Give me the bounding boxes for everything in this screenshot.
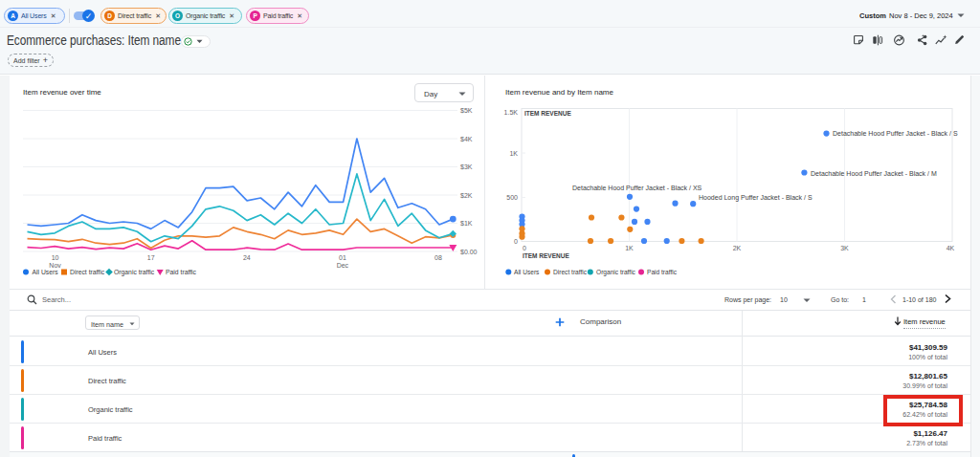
svg-text:Paid traffic: Paid traffic <box>166 269 197 275</box>
svg-text:Nov: Nov <box>49 262 61 269</box>
svg-text:2K: 2K <box>733 245 742 251</box>
svg-text:All Users: All Users <box>514 269 540 275</box>
svg-text:All Users: All Users <box>33 269 59 275</box>
svg-text:10: 10 <box>52 254 59 261</box>
svg-text:$2K: $2K <box>460 192 473 199</box>
svg-text:1K: 1K <box>509 150 518 157</box>
svg-text:1.5K: 1.5K <box>504 109 519 116</box>
svg-text:$0.00: $0.00 <box>460 249 478 255</box>
svg-text:1K: 1K <box>625 245 634 251</box>
svg-text:Dec: Dec <box>337 262 349 269</box>
svg-text:$5K: $5K <box>460 107 473 114</box>
svg-text:$4K: $4K <box>460 136 473 142</box>
svg-text:08: 08 <box>434 254 442 261</box>
svg-text:4K: 4K <box>947 245 955 251</box>
svg-text:0: 0 <box>514 238 518 245</box>
svg-text:Organic traffic: Organic traffic <box>596 269 636 276</box>
svg-text:Organic traffic: Organic traffic <box>114 269 155 276</box>
svg-text:3K: 3K <box>840 245 849 251</box>
svg-text:0: 0 <box>523 245 526 251</box>
svg-text:Paid traffic: Paid traffic <box>647 269 678 275</box>
svg-text:01: 01 <box>339 254 346 261</box>
svg-text:Detachable Hood Puffer Jacket: Detachable Hood Puffer Jacket - Black / … <box>811 170 937 177</box>
svg-text:Detachable Hood Puffer Jacket: Detachable Hood Puffer Jacket - Black / … <box>572 185 702 191</box>
svg-text:Direct traffic: Direct traffic <box>70 269 105 275</box>
svg-text:ITEM REVENUE: ITEM REVENUE <box>523 252 569 259</box>
svg-text:Detachable Hood Puffer Jacket: Detachable Hood Puffer Jacket - Black / … <box>833 130 958 137</box>
svg-text:$1K: $1K <box>460 220 473 227</box>
svg-text:24: 24 <box>243 254 251 261</box>
svg-text:Hooded Long Puffer Jacket - Bl: Hooded Long Puffer Jacket - Black / S <box>699 194 813 202</box>
svg-text:ITEM REVENUE: ITEM REVENUE <box>524 110 571 117</box>
svg-text:17: 17 <box>147 254 155 261</box>
svg-text:500: 500 <box>506 194 518 201</box>
svg-text:Direct traffic: Direct traffic <box>553 269 588 275</box>
svg-text:$3K: $3K <box>460 163 473 170</box>
